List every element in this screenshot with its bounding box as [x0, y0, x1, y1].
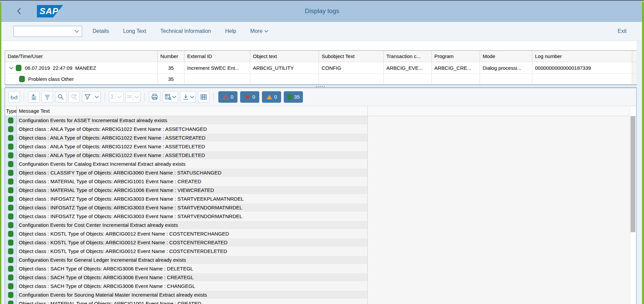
message-row[interactable]: Object class : ANLA Type of Objects: ARB… — [5, 125, 636, 134]
filter-button[interactable] — [82, 91, 101, 103]
message-row[interactable]: Configuration Events for Cost Center Inc… — [5, 221, 636, 230]
subtotal-button[interactable]: Σ/Σ — [125, 91, 141, 103]
sap-display-logs-window: Display logs SAP Details Long Text Techn… — [0, 0, 644, 304]
warnings-count-button[interactable]: 0 — [262, 91, 281, 103]
aborts-count-button[interactable]: 0 — [240, 91, 259, 103]
errors-count-button[interactable]: 0 — [218, 91, 237, 103]
chevron-down-icon — [117, 96, 122, 98]
col-header-message-text[interactable]: Message Text — [17, 106, 368, 116]
command-combobox[interactable] — [13, 26, 82, 37]
message-row[interactable]: Object class : ANLA Type of Objects: ARB… — [5, 142, 636, 151]
collapse-expander-icon[interactable] — [8, 64, 14, 71]
col-header-log-number[interactable]: Log number — [532, 51, 632, 62]
messages-panel: Σ Σ/Σ — [5, 88, 637, 304]
menu-item-details[interactable]: Details — [93, 28, 109, 34]
message-row[interactable]: Object class : SACH Type of Objects: ARB… — [5, 273, 636, 282]
message-row[interactable]: Object class : MATERIAL Type of Objects:… — [5, 186, 636, 195]
export-button[interactable] — [180, 91, 196, 103]
type-cell — [5, 116, 17, 125]
menu-item-exit[interactable]: Exit — [618, 22, 627, 41]
message-text-cell: Object class : MATERIAL Type of Objects:… — [17, 299, 368, 304]
message-row[interactable]: Configuration Events for Sourcing Materi… — [5, 291, 636, 299]
menu-item-long-text[interactable]: Long Text — [123, 28, 146, 34]
message-text-cell: Configuration Events for General Ledger … — [17, 256, 368, 264]
titlebar: Display logs SAP — [0, 1, 644, 21]
log-cell-number: 35 — [158, 62, 184, 73]
message-row[interactable]: Configuration Events for General Ledger … — [5, 256, 636, 264]
message-row[interactable]: Object class : INFOSATZ Type of Objects:… — [5, 212, 636, 221]
sort-ascending-button[interactable] — [28, 91, 40, 103]
message-row[interactable]: Object class : SACH Type of Objects: ARB… — [5, 282, 636, 291]
message-text-cell: Object class : INFOSATZ Type of Objects:… — [17, 212, 368, 221]
message-text-cell: Object class : MATERIAL Type of Objects:… — [17, 177, 368, 186]
message-row[interactable]: Object class : KOSTL Type of Objects: AR… — [5, 230, 636, 238]
col-header-type[interactable]: Type — [5, 106, 17, 116]
log-cell-transaction-code: ARBCIG_EVE... — [384, 62, 432, 73]
message-text-cell: Object class : SACH Type of Objects: ARB… — [17, 282, 368, 291]
col-header-object-text[interactable]: Object text — [250, 51, 319, 62]
details-button[interactable] — [8, 91, 20, 103]
col-header-external-id[interactable]: External ID — [184, 51, 250, 62]
message-row[interactable]: Object class : INFOSATZ Type of Objects:… — [5, 195, 636, 203]
aborts-count: 0 — [253, 94, 255, 100]
col-header-mode[interactable]: Mode — [480, 51, 532, 62]
message-text-cell: Object class : ANLA Type of Objects: ARB… — [17, 151, 368, 160]
menu-item-more[interactable]: More — [250, 28, 268, 34]
choose-layout-button[interactable] — [198, 91, 209, 103]
glasses-icon — [10, 93, 18, 101]
col-header-program[interactable]: Program — [432, 51, 480, 62]
message-text-cell: Object class : CLASSIFY Type of Objects:… — [17, 168, 368, 177]
find-button[interactable] — [55, 91, 66, 103]
printer-icon — [151, 93, 159, 101]
vertical-scrollbar[interactable] — [630, 106, 635, 304]
col-header-subobject-text[interactable]: Subobject Text — [319, 51, 384, 62]
success-status-icon — [19, 76, 25, 82]
message-text-cell: Object class : KOSTL Type of Objects: AR… — [17, 247, 368, 256]
message-row[interactable]: Object class : ANLA Type of Objects: ARB… — [5, 134, 636, 142]
message-row[interactable]: Object class : MATERIAL Type of Objects:… — [5, 177, 636, 186]
message-row[interactable]: Object class : MATERIAL Type of Objects:… — [5, 299, 636, 304]
print-button[interactable] — [149, 91, 160, 103]
message-row[interactable]: Object class : KOSTL Type of Objects: AR… — [5, 247, 636, 256]
message-row[interactable]: Object class : ANLA Type of Objects: ARB… — [5, 151, 636, 160]
menubar: Details Long Text Technical Information … — [0, 21, 644, 41]
success-status-icon — [8, 248, 13, 254]
message-row[interactable]: Configuration Events for ASSET Increment… — [5, 116, 636, 125]
message-row[interactable]: Object class : KOSTL Type of Objects: AR… — [5, 238, 636, 247]
error-triangle-icon — [223, 94, 229, 100]
search-next-icon — [70, 93, 78, 101]
success-status-icon — [8, 222, 13, 228]
menu-item-help[interactable]: Help — [225, 28, 236, 34]
panel-splitter-handle[interactable]: ..... — [5, 85, 637, 88]
views-button[interactable] — [162, 91, 178, 103]
scrollbar-thumb[interactable] — [631, 116, 635, 232]
message-text-cell: Object class : ANLA Type of Objects: ARB… — [17, 125, 368, 134]
col-header-transaction-code[interactable]: Transaction c... — [384, 51, 432, 62]
warning-triangle-icon — [266, 94, 272, 100]
message-text-cell: Configuration Events for Catalog Extract… — [17, 160, 368, 168]
success-status-icon — [8, 144, 13, 150]
success-status-icon — [8, 117, 13, 123]
menu-item-technical-information[interactable]: Technical Information — [160, 28, 211, 34]
log-cell-object-text: ARBCIG_UTILITY — [250, 62, 319, 73]
type-cell — [5, 177, 17, 186]
log-cell-log-number: 00000000000000187339 — [532, 62, 632, 73]
message-text-cell: Object class : ANLA Type of Objects: ARB… — [17, 142, 368, 151]
success-status-icon — [8, 266, 13, 272]
message-row[interactable]: Object class : INFOSATZ Type of Objects:… — [5, 203, 636, 212]
total-button[interactable]: Σ — [109, 91, 123, 103]
message-row[interactable]: Object class : CLASSIFY Type of Objects:… — [5, 168, 636, 177]
col-header-date-time-user[interactable]: Date/Time/User — [5, 51, 158, 62]
success-count-button[interactable]: 35 — [284, 91, 303, 103]
message-row[interactable]: Configuration Events for Catalog Extract… — [5, 160, 636, 168]
frame-border-left — [0, 2, 1, 304]
log-row[interactable]: 06.07.2019 22:47:09 MANEEZ 35 Increment … — [5, 62, 636, 74]
errors-count: 0 — [231, 94, 233, 100]
type-cell — [5, 221, 17, 230]
message-row[interactable]: Object class : SACH Type of Objects: ARB… — [5, 264, 636, 273]
col-header-number[interactable]: Number — [158, 51, 184, 62]
find-next-button[interactable] — [68, 91, 80, 103]
type-cell — [5, 186, 17, 195]
log-cell-problem-class: Problem class Other — [28, 76, 74, 82]
sort-descending-button[interactable] — [42, 91, 53, 103]
